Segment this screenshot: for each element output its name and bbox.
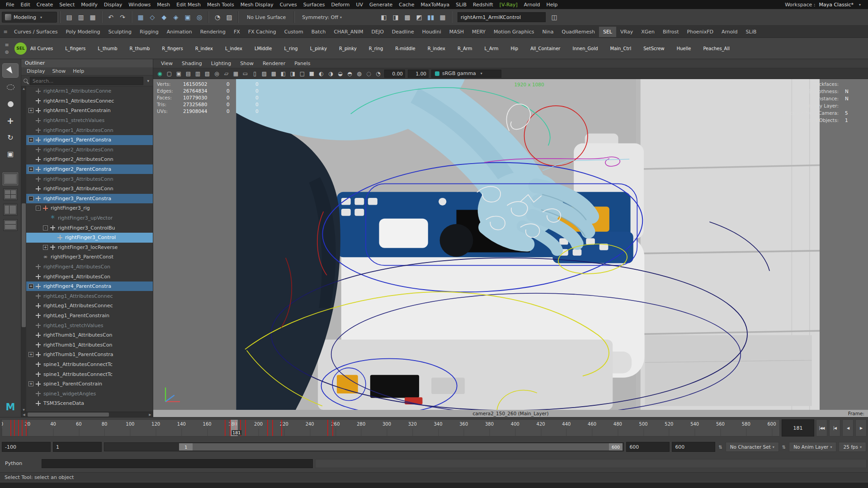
expand-toggle[interactable]: + bbox=[43, 245, 48, 250]
grid-toggle-icon[interactable]: ▦ bbox=[231, 69, 241, 78]
snap-point-icon[interactable]: ◆ bbox=[158, 11, 170, 23]
play-forward-button[interactable]: ▶ bbox=[855, 419, 867, 436]
go-to-start-button[interactable]: |◀◀ bbox=[816, 419, 827, 436]
animation-end-field[interactable] bbox=[672, 442, 715, 452]
snap-projected-center-icon[interactable]: ◈ bbox=[170, 11, 182, 23]
shelf-tab[interactable]: Custom bbox=[280, 27, 307, 37]
shelf-button[interactable]: Huelle bbox=[677, 44, 691, 53]
shelf-list-icon[interactable]: ≡ bbox=[5, 42, 9, 48]
shelf-tab[interactable]: XGen bbox=[637, 27, 659, 37]
expand-toggle[interactable]: - bbox=[36, 206, 41, 211]
ipr-render-icon[interactable]: ◨ bbox=[390, 11, 401, 23]
camera-attributes-icon[interactable]: ▤ bbox=[184, 69, 193, 78]
menu-item[interactable]: Arnold bbox=[521, 1, 543, 9]
shelf-tab[interactable]: Houdini bbox=[418, 27, 445, 37]
outliner-item[interactable]: + rightArm1_ParentConstrain bbox=[26, 106, 153, 116]
outliner-menu[interactable]: Show bbox=[49, 67, 70, 75]
shelf-tab[interactable]: SLiB bbox=[742, 27, 761, 37]
shelf-tab[interactable]: Motion Graphics bbox=[490, 27, 538, 37]
shelf-button[interactable]: L_ring bbox=[284, 44, 298, 53]
outliner-item[interactable]: rightThumb1_AttributesCon bbox=[26, 330, 153, 340]
shelf-button[interactable]: Hip bbox=[511, 44, 519, 53]
expand-toggle[interactable]: + bbox=[28, 284, 33, 289]
time-ruler[interactable]: 0204060801001201401601802002202402602803… bbox=[1, 419, 780, 436]
pause-viewport-update-icon[interactable]: ▮▮ bbox=[425, 11, 437, 23]
grease-pencil-icon[interactable]: ▱ bbox=[222, 69, 231, 78]
menu-item[interactable]: Surfaces bbox=[300, 1, 328, 9]
shelf-button[interactable]: Main_Ctrl bbox=[610, 44, 632, 53]
shelf-tab[interactable]: Nina bbox=[538, 27, 557, 37]
outliner-item[interactable]: + rightFinger1_ParentConstra bbox=[26, 135, 153, 145]
workspace-selector[interactable]: Workspace : Maya Classic* ▾ bbox=[785, 2, 865, 8]
shelf-tab[interactable]: FX bbox=[230, 27, 244, 37]
shelf-tab[interactable]: Poly Modeling bbox=[62, 27, 104, 37]
outliner-item[interactable]: + rightFinger3_locReverse bbox=[26, 243, 153, 253]
outliner-item[interactable]: + spine1_ParentConstrain bbox=[26, 379, 153, 389]
grid-display-icon[interactable]: ▦ bbox=[437, 11, 448, 23]
menu-item[interactable]: MaxToMaya bbox=[418, 1, 453, 9]
shelf-button[interactable]: All Curves bbox=[30, 44, 53, 53]
shelf-button[interactable]: All_Container bbox=[530, 44, 560, 53]
shelf-tab[interactable]: VRay bbox=[616, 27, 637, 37]
outliner-menu[interactable]: Display bbox=[23, 67, 49, 75]
wireframe-mode-icon[interactable]: □ bbox=[297, 69, 307, 78]
expand-toggle[interactable]: + bbox=[28, 108, 33, 113]
viewport-menu[interactable]: Renderer bbox=[259, 60, 289, 67]
shadows-icon[interactable]: ◒ bbox=[335, 69, 345, 78]
outliner-item[interactable]: rightFinger4_AttributesCon bbox=[26, 272, 153, 282]
shelf-tab[interactable]: Curves / Surfaces bbox=[10, 27, 62, 37]
shelf-tab[interactable]: FX Caching bbox=[244, 27, 280, 37]
2d-pan-zoom-icon[interactable]: ◎ bbox=[212, 69, 222, 78]
scroll-down-icon[interactable]: ▼ bbox=[21, 408, 26, 411]
sync-icon[interactable]: ⇅ bbox=[781, 445, 787, 450]
character-set-dropdown[interactable]: No Character Set ▾ bbox=[726, 442, 779, 452]
gate-mask-icon[interactable]: ▨ bbox=[259, 69, 269, 78]
shelf-button[interactable]: Peaches_All bbox=[703, 44, 730, 53]
shelf-button[interactable]: R_Arm bbox=[458, 44, 472, 53]
save-scene-icon[interactable]: ▦ bbox=[87, 11, 99, 23]
scale-tool[interactable] bbox=[3, 147, 18, 161]
render-frame-icon[interactable]: ◧ bbox=[378, 11, 390, 23]
shelf-button[interactable]: R_index bbox=[428, 44, 445, 53]
redo-icon[interactable]: ↷ bbox=[117, 11, 128, 23]
layout-split-horizontal-button[interactable] bbox=[3, 204, 18, 216]
shelf-button[interactable]: R_index bbox=[195, 44, 213, 53]
view-transform-dropdown[interactable]: sRGB gamma ▾ bbox=[431, 70, 501, 78]
safe-action-icon[interactable]: ◧ bbox=[278, 69, 288, 78]
expand-toggle[interactable]: - bbox=[28, 196, 33, 201]
step-back-key-button[interactable]: |◀ bbox=[829, 419, 840, 436]
outliner-item[interactable]: + rightFinger2_ParentConstra bbox=[26, 164, 153, 174]
outliner-item[interactable]: + rightThumb1_ParentConstra bbox=[26, 350, 153, 360]
shelf-button[interactable]: R_pinky bbox=[339, 44, 357, 53]
menu-item[interactable]: Curves bbox=[277, 1, 300, 9]
menu-item[interactable]: Help bbox=[543, 1, 561, 9]
outliner-item[interactable]: rightFinger2_AttributesConn bbox=[26, 155, 153, 164]
shelf-button[interactable]: L_fingers bbox=[65, 44, 85, 53]
scroll-up-icon[interactable]: ▲ bbox=[21, 87, 26, 90]
move-tool[interactable] bbox=[3, 114, 18, 127]
menu-item[interactable]: Mesh Tools bbox=[204, 1, 237, 9]
menu-item[interactable]: Edit Mesh bbox=[173, 1, 204, 9]
scroll-right-icon[interactable]: ▶ bbox=[147, 412, 153, 417]
renderer-loaded-icon[interactable]: ◉ bbox=[155, 69, 165, 78]
lights-icon[interactable]: ◑ bbox=[326, 69, 335, 78]
field-chart-icon[interactable]: ▩ bbox=[269, 69, 278, 78]
ao-icon[interactable]: ◓ bbox=[345, 69, 354, 78]
shelf-button[interactable]: R-middle bbox=[395, 44, 415, 53]
expand-toggle[interactable]: + bbox=[28, 137, 33, 142]
shelf-tab[interactable]: Rigging bbox=[136, 27, 163, 37]
animation-start-field[interactable] bbox=[2, 442, 51, 452]
scrollbar-thumb[interactable] bbox=[28, 413, 109, 417]
shelf-button[interactable]: L_pinky bbox=[310, 44, 327, 53]
outliner-item[interactable]: rightFinger1_AttributesConn bbox=[26, 125, 153, 135]
shelf-button[interactable]: SetScrew bbox=[643, 44, 665, 53]
new-scene-icon[interactable]: ▤ bbox=[63, 11, 75, 23]
gear-icon[interactable]: ⊛ bbox=[5, 49, 9, 55]
scrollbar-thumb[interactable] bbox=[22, 203, 26, 327]
film-gate-icon[interactable]: ▭ bbox=[241, 69, 250, 78]
menu-item[interactable]: Windows bbox=[125, 1, 154, 9]
current-frame-field[interactable] bbox=[782, 419, 814, 436]
shelf-tab[interactable]: PhoenixFD bbox=[683, 27, 717, 37]
outliner-item[interactable]: rightLeg1_AttributesConnec bbox=[26, 301, 153, 311]
menu-item[interactable]: Select bbox=[56, 1, 78, 9]
